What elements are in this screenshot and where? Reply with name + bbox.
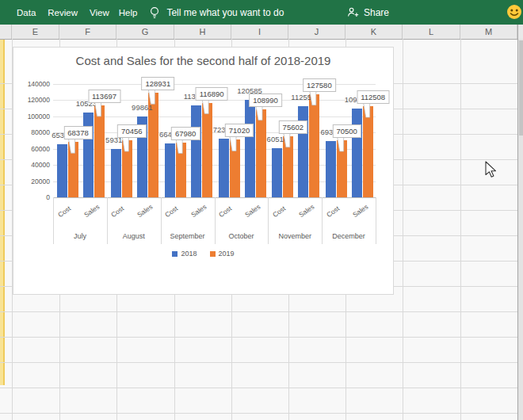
x-axis-subcategory-label[interactable]: Sales — [297, 203, 315, 219]
x-axis-subcategory-label[interactable]: Sales — [82, 203, 101, 219]
legend-swatch-2018 — [172, 251, 178, 257]
y-axis-tick-label[interactable]: 20000 — [13, 178, 50, 185]
column-header-H[interactable]: H — [174, 25, 231, 39]
tellme-label[interactable]: Tell me what you want to do — [166, 7, 284, 18]
bar-sales-2019-november[interactable] — [309, 94, 319, 197]
legend-label-2018: 2018 — [181, 250, 197, 258]
vertical-scrollbar[interactable] — [517, 39, 523, 420]
y-axis-tick-label[interactable]: 60000 — [13, 145, 50, 153]
bar-cost-2019-august[interactable] — [122, 140, 132, 197]
bar-sales-2018-december[interactable] — [352, 109, 362, 197]
share-icon — [347, 6, 360, 18]
legend-item-2019[interactable]: 2019 — [210, 250, 235, 258]
column-header-F[interactable]: F — [59, 25, 116, 39]
y-axis-tick-label[interactable]: 140000 — [13, 80, 50, 88]
bar-sales-2019-october[interactable] — [256, 109, 266, 197]
bar-cost-2018-september[interactable] — [165, 143, 175, 197]
x-axis-subcategory-label[interactable]: Sales — [136, 203, 154, 219]
bar-cost-2018-november[interactable] — [272, 148, 282, 197]
x-axis-month-label[interactable]: September — [161, 232, 215, 240]
bar-sales-2019-july[interactable] — [94, 105, 105, 197]
column-header-G[interactable]: G — [116, 25, 174, 39]
x-axis-subcategory-label[interactable]: Cost — [109, 204, 125, 219]
x-axis-subcategory-label[interactable]: Sales — [189, 203, 208, 219]
x-axis-subcategory-label[interactable]: Sales — [243, 203, 262, 219]
column-header-J[interactable]: J — [288, 25, 345, 39]
data-label-callout-2019[interactable]: 68378 — [63, 126, 92, 139]
x-axis-subcategory-label[interactable]: Cost — [163, 204, 179, 219]
bar-sales-2019-december[interactable] — [363, 106, 373, 197]
share-label: Share — [364, 7, 389, 18]
data-label-2018[interactable]: 99861 — [114, 103, 170, 112]
mouse-cursor — [485, 161, 497, 181]
bar-cost-2019-july[interactable] — [68, 142, 78, 197]
y-axis-tick-label[interactable]: 0 — [13, 193, 50, 201]
data-label-callout-2019[interactable]: 108990 — [249, 94, 282, 107]
menu-data[interactable]: Data — [17, 8, 36, 17]
y-axis-tick-label[interactable]: 100000 — [13, 113, 50, 120]
bar-sales-2018-september[interactable] — [191, 105, 201, 197]
bar-cost-2019-december[interactable] — [337, 140, 347, 197]
gridline — [0, 388, 517, 388]
bar-cost-2018-december[interactable] — [326, 141, 336, 197]
yellow-highlight-column[interactable] — [0, 40, 5, 385]
data-label-2018[interactable]: 60510 — [250, 135, 305, 143]
ribbon: DataReviewViewHelp Tell me what you want… — [0, 0, 523, 25]
x-axis-month-label[interactable]: December — [322, 232, 376, 240]
bar-sales-2019-september[interactable] — [202, 103, 212, 197]
bar-cost-2018-july[interactable] — [57, 144, 67, 197]
menu-help[interactable]: Help — [119, 8, 138, 17]
data-label-callout-2019[interactable]: 70456 — [117, 124, 146, 138]
data-label-callout-2019[interactable]: 116890 — [196, 87, 228, 101]
y-axis-tick-label[interactable]: 40000 — [13, 161, 50, 169]
tellme-box[interactable]: Tell me what you want to do — [137, 6, 284, 20]
column-header-sliver[interactable] — [0, 25, 12, 39]
bar-cost-2019-september[interactable] — [176, 143, 186, 197]
menu-view[interactable]: View — [90, 8, 109, 17]
lightbulb-icon — [148, 6, 161, 20]
share-button[interactable]: Share — [347, 0, 389, 25]
data-label-callout-2019[interactable]: 113697 — [88, 90, 120, 103]
ribbon-menus: DataReviewViewHelp — [0, 8, 137, 17]
x-axis-subcategory-label[interactable]: Cost — [325, 204, 341, 219]
legend-item-2018[interactable]: 2018 — [172, 250, 197, 258]
column-header-M[interactable]: M — [460, 25, 517, 39]
data-label-callout-2019[interactable]: 70500 — [332, 124, 361, 138]
bar-cost-2019-november[interactable] — [283, 136, 293, 197]
bar-sales-2018-october[interactable] — [245, 100, 255, 197]
data-label-callout-2019[interactable]: 128931 — [141, 77, 174, 90]
x-axis-month-label[interactable]: July — [53, 232, 107, 240]
data-label-callout-2019[interactable]: 127580 — [303, 78, 336, 92]
chart-object[interactable]: Cost and Sales for the second half of 20… — [13, 47, 394, 295]
bar-cost-2018-august[interactable] — [111, 149, 121, 197]
x-axis-subcategory-label[interactable]: Cost — [56, 204, 72, 219]
scrollbar-thumb[interactable] — [519, 40, 523, 136]
y-axis-tick-label[interactable]: 120000 — [13, 96, 50, 104]
gridline — [0, 413, 517, 414]
x-axis-month-label[interactable]: November — [268, 232, 322, 240]
bar-cost-2018-october[interactable] — [219, 139, 229, 197]
column-header-K[interactable]: K — [345, 25, 403, 39]
bar-cost-2019-october[interactable] — [230, 139, 240, 197]
data-label-callout-2019[interactable]: 112508 — [357, 90, 389, 104]
x-axis-month-label[interactable]: August — [107, 232, 161, 240]
smiley-emoji-icon[interactable] — [506, 4, 522, 23]
x-axis-subcategory-label[interactable]: Cost — [271, 204, 287, 219]
category-divider — [376, 197, 376, 244]
column-header-L[interactable]: L — [403, 25, 460, 39]
data-label-callout-2019[interactable]: 75602 — [279, 120, 307, 134]
data-label-2018[interactable]: 112556 — [276, 93, 331, 101]
menu-review[interactable]: Review — [48, 8, 78, 17]
x-axis-month-label[interactable]: October — [215, 232, 269, 240]
chart-legend[interactable]: 20182019 — [13, 250, 393, 258]
excel-window: DataReviewViewHelp Tell me what you want… — [0, 0, 523, 420]
x-axis-subcategory-label[interactable]: Sales — [351, 203, 369, 219]
data-label-callout-2019[interactable]: 71020 — [225, 124, 254, 137]
column-header-E[interactable]: E — [12, 25, 59, 39]
column-header-I[interactable]: I — [231, 25, 288, 39]
x-axis-subcategory-label[interactable]: Cost — [217, 204, 233, 219]
bar-sales-2018-july[interactable] — [83, 113, 94, 197]
legend-label-2019: 2019 — [219, 250, 235, 258]
data-label-callout-2019[interactable]: 67980 — [171, 127, 200, 140]
legend-swatch-2019 — [210, 251, 216, 257]
